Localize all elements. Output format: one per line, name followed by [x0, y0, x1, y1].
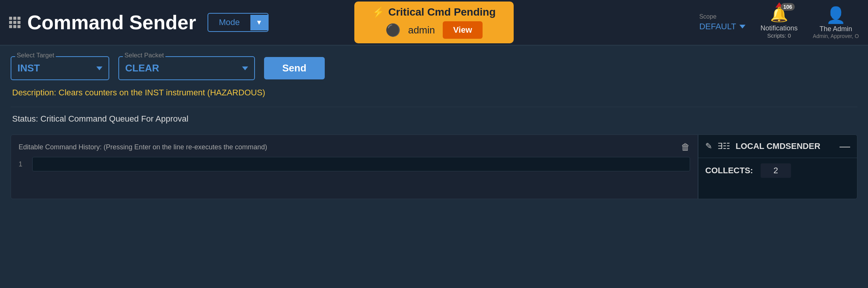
- scope-arrow-icon: [739, 25, 745, 28]
- history-panel: Editable Command History: (Pressing Ente…: [11, 135, 698, 199]
- notification-badge: 106: [781, 3, 795, 11]
- send-button[interactable]: Send: [264, 57, 325, 79]
- select-target-value: INST: [17, 62, 93, 74]
- header: Command Sender Mode ▼ ⚡ Critical Cmd Pen…: [0, 0, 868, 46]
- app-title: Command Sender: [27, 11, 196, 34]
- minimize-button[interactable]: —: [840, 140, 850, 152]
- admin-avatar-icon: 👤: [826, 6, 846, 24]
- select-packet-arrow-icon: [242, 66, 248, 70]
- grid-layout-icon[interactable]: ∃☷: [717, 141, 730, 151]
- main-content: Select Target INST Select Packet CLEAR S…: [0, 46, 868, 288]
- admin-name: The Admin: [819, 25, 852, 33]
- select-packet-control[interactable]: CLEAR: [118, 56, 255, 80]
- history-header: Editable Command History: (Pressing Ente…: [19, 142, 690, 152]
- history-line-number: 1: [19, 160, 28, 168]
- select-packet-group: Select Packet CLEAR: [118, 56, 255, 80]
- history-input[interactable]: [32, 157, 690, 171]
- bottom-section: Editable Command History: (Pressing Ente…: [11, 135, 857, 199]
- mode-button-group[interactable]: Mode ▼: [208, 13, 269, 32]
- side-panel: ✎ ∃☷ LOCAL CMDSENDER — COLLECTS: 2: [698, 135, 857, 199]
- trash-icon[interactable]: 🗑: [681, 142, 690, 152]
- command-row: Select Target INST Select Packet CLEAR S…: [11, 56, 857, 80]
- scope-value: DEFAULT: [699, 22, 736, 32]
- command-description: Description: Clears counters on the INST…: [11, 88, 857, 98]
- view-button[interactable]: View: [443, 21, 483, 39]
- command-status: Status: Critical Command Queued For Appr…: [11, 107, 857, 131]
- scope-section: Scope DEFAULT: [699, 13, 745, 32]
- admin-roles: Admin, Approver, O: [813, 33, 859, 39]
- mode-dropdown-button[interactable]: ▼: [250, 15, 268, 30]
- collects-value: 2: [761, 163, 791, 178]
- critical-username: admin: [408, 24, 435, 36]
- select-target-arrow-icon: [96, 66, 102, 70]
- critical-title: ⚡ Critical Cmd Pending: [372, 6, 495, 18]
- select-target-label: Select Target: [15, 52, 56, 59]
- collects-label: COLLECTS:: [705, 166, 753, 176]
- select-target-control[interactable]: INST: [11, 56, 109, 80]
- header-right: Scope DEFAULT 🔔 106 Notifications Script…: [699, 6, 859, 39]
- history-title: Editable Command History: (Pressing Ente…: [19, 143, 267, 151]
- scope-label: Scope: [699, 13, 745, 20]
- critical-banner: ⚡ Critical Cmd Pending ⚫ admin View: [354, 2, 514, 43]
- mode-button[interactable]: Mode: [208, 14, 250, 31]
- select-target-group: Select Target INST: [11, 56, 109, 80]
- notifications-label: Notifications: [761, 24, 798, 32]
- scope-select[interactable]: DEFAULT: [699, 22, 745, 32]
- side-panel-header: ✎ ∃☷ LOCAL CMDSENDER —: [698, 135, 857, 158]
- edit-icon[interactable]: ✎: [705, 141, 712, 151]
- history-row: 1: [19, 157, 690, 171]
- select-packet-label: Select Packet: [123, 52, 165, 59]
- grid-icon: [9, 17, 20, 28]
- side-panel-title: LOCAL CMDSENDER: [736, 141, 834, 151]
- user-avatar-icon: ⚫: [385, 23, 401, 37]
- select-packet-value: CLEAR: [125, 62, 239, 74]
- critical-user-row: ⚫ admin View: [385, 21, 483, 39]
- collects-row: COLLECTS: 2: [698, 158, 857, 183]
- notifications-scripts: Scripts: 0: [767, 32, 791, 39]
- lightning-icon: ⚡: [372, 6, 384, 18]
- notifications-section: 🔔 106 Notifications Scripts: 0: [761, 6, 798, 39]
- admin-section: 👤 The Admin Admin, Approver, O: [813, 6, 859, 39]
